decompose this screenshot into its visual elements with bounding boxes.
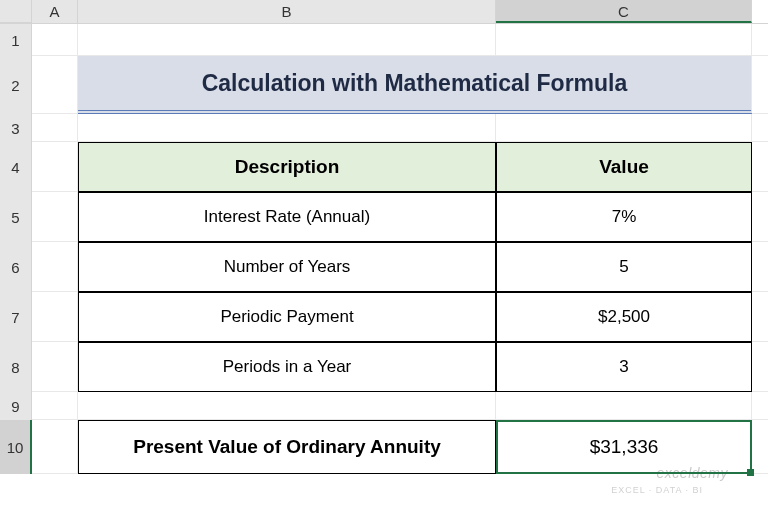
desc-interest-rate[interactable]: Interest Rate (Annual) xyxy=(78,192,496,242)
cell-B3[interactable] xyxy=(78,114,496,142)
cell-A9[interactable] xyxy=(32,392,78,420)
desc-years[interactable]: Number of Years xyxy=(78,242,496,292)
row-5: 5 Interest Rate (Annual) 7% xyxy=(0,192,768,242)
cell-A4[interactable] xyxy=(32,142,78,192)
cell-A1[interactable] xyxy=(32,24,78,56)
col-header-B[interactable]: B xyxy=(78,0,496,23)
watermark-main: exceldemy xyxy=(657,465,728,481)
header-value[interactable]: Value xyxy=(496,142,752,192)
result-label-cell[interactable]: Present Value of Ordinary Annuity xyxy=(78,420,496,474)
row-header-7[interactable]: 7 xyxy=(0,292,32,342)
row-3: 3 xyxy=(0,114,768,142)
cell-C1[interactable] xyxy=(496,24,752,56)
cell-B9[interactable] xyxy=(78,392,496,420)
cell-B1[interactable] xyxy=(78,24,496,56)
cell-A6[interactable] xyxy=(32,242,78,292)
row-9: 9 xyxy=(0,392,768,420)
row-header-1[interactable]: 1 xyxy=(0,24,32,56)
fill-handle[interactable] xyxy=(747,469,754,476)
cell-A7[interactable] xyxy=(32,292,78,342)
spreadsheet: A B C 1 2 Calculation with Mathematical … xyxy=(0,0,768,515)
header-description[interactable]: Description xyxy=(78,142,496,192)
row-10: 10 Present Value of Ordinary Annuity $31… xyxy=(0,420,768,474)
row-1: 1 xyxy=(0,24,768,56)
val-years[interactable]: 5 xyxy=(496,242,752,292)
column-headers-row: A B C xyxy=(0,0,768,24)
cell-C9[interactable] xyxy=(496,392,752,420)
row-7: 7 Periodic Payment $2,500 xyxy=(0,292,768,342)
select-all-corner[interactable] xyxy=(0,0,32,23)
val-payment[interactable]: $2,500 xyxy=(496,292,752,342)
cell-A10[interactable] xyxy=(32,420,78,474)
row-header-9[interactable]: 9 xyxy=(0,392,32,420)
row-8: 8 Periods in a Year 3 xyxy=(0,342,768,392)
row-2: 2 Calculation with Mathematical Formula xyxy=(0,56,768,114)
row-header-4[interactable]: 4 xyxy=(0,142,32,192)
row-header-3[interactable]: 3 xyxy=(0,114,32,142)
cell-A2[interactable] xyxy=(32,56,78,114)
row-6: 6 Number of Years 5 xyxy=(0,242,768,292)
cell-A8[interactable] xyxy=(32,342,78,392)
watermark-sub: EXCEL · DATA · BI xyxy=(611,485,703,495)
col-header-A[interactable]: A xyxy=(32,0,78,23)
row-header-10[interactable]: 10 xyxy=(0,420,32,474)
cell-A5[interactable] xyxy=(32,192,78,242)
desc-payment[interactable]: Periodic Payment xyxy=(78,292,496,342)
cell-A3[interactable] xyxy=(32,114,78,142)
row-header-8[interactable]: 8 xyxy=(0,342,32,392)
val-interest-rate[interactable]: 7% xyxy=(496,192,752,242)
title-merged-cell[interactable]: Calculation with Mathematical Formula xyxy=(78,56,752,114)
val-periods[interactable]: 3 xyxy=(496,342,752,392)
cell-C3[interactable] xyxy=(496,114,752,142)
desc-periods[interactable]: Periods in a Year xyxy=(78,342,496,392)
row-header-6[interactable]: 6 xyxy=(0,242,32,292)
row-header-2[interactable]: 2 xyxy=(0,56,32,114)
col-header-C[interactable]: C xyxy=(496,0,752,23)
row-4: 4 Description Value xyxy=(0,142,768,192)
row-header-5[interactable]: 5 xyxy=(0,192,32,242)
